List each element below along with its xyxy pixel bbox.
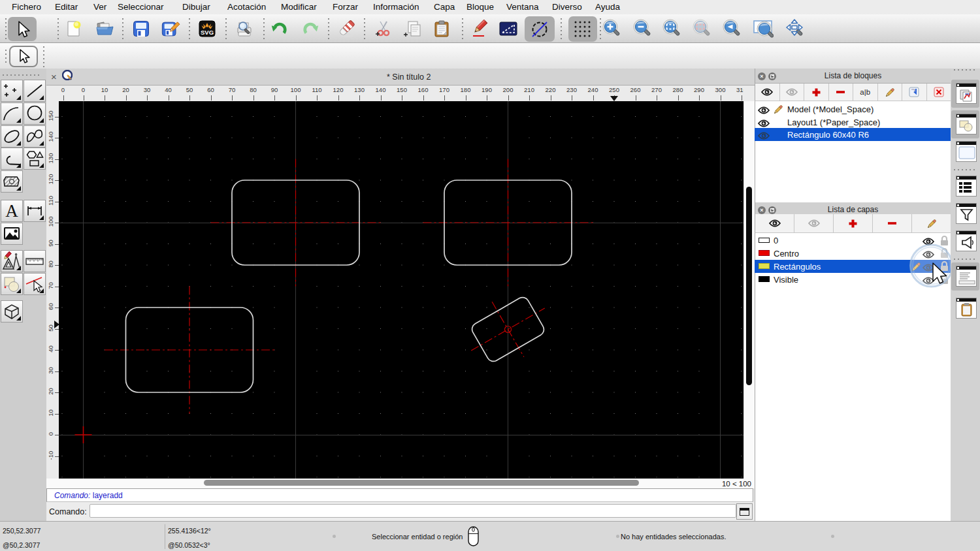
svg-text:SVG: SVG	[201, 29, 214, 36]
svg-text:A: A	[5, 201, 18, 221]
